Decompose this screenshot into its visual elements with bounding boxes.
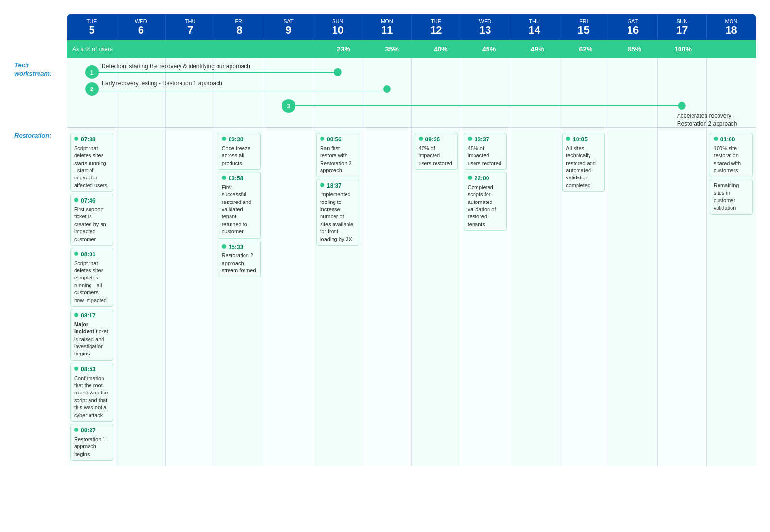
header-num: 15 (561, 24, 606, 37)
header-cell-7: THU7 (166, 14, 215, 40)
event-dot (566, 137, 570, 141)
pct-23: 23% (320, 45, 368, 53)
event-time: 00:56 (327, 136, 342, 144)
header-cell-18: MON18 (707, 14, 756, 40)
pct-49: 49% (513, 45, 562, 53)
header-num: 16 (610, 24, 655, 37)
event-dot (714, 137, 718, 141)
event-text: Script that deletes sites completes runn… (74, 260, 109, 304)
pct-85: 85% (610, 45, 659, 53)
event-col-5: 00:56 Ran first restore with Restoration… (313, 128, 362, 466)
event-card: 09:37 Restoration 1 approach begins (70, 424, 113, 461)
event-text: Confirmation that the root cause was the… (74, 375, 109, 419)
event-text: Remaining sites in customer validation (714, 182, 749, 212)
event-text: 40% of impacted users restored (419, 145, 454, 167)
event-time: 15:33 (229, 243, 244, 252)
restoration-row: As a % of users 23% 35% 40% 45% 49% 62% … (67, 40, 756, 58)
event-time: 22:00 (475, 175, 489, 183)
event-dot (222, 176, 226, 180)
event-time: 07:38 (81, 136, 96, 144)
pct-35: 35% (368, 45, 416, 53)
header-cell-9: SAT9 (264, 14, 313, 40)
event-time: 03:58 (229, 175, 244, 183)
workstream-section: Techworkstream: 1Detection, starting the… (67, 58, 756, 128)
event-time: 08:01 (81, 251, 96, 259)
event-time: 10:05 (573, 136, 588, 144)
event-card: Remaining sites in customer validation (710, 179, 753, 215)
header-cell-6: WED6 (116, 14, 166, 40)
pct-45: 45% (465, 45, 513, 53)
header-cell-17: SUN17 (658, 14, 707, 40)
event-time: 09:36 (425, 136, 440, 144)
event-col-10: 10:05 All sites technically restored and… (559, 128, 608, 466)
event-card: 08:01 Script that deletes sites complete… (70, 248, 113, 307)
event-dot (74, 313, 78, 317)
event-card: 15:33 Restoration 2 approach stream form… (218, 241, 261, 278)
header-num: 9 (266, 24, 311, 37)
event-col-2 (166, 128, 215, 466)
event-card: 08:53 Confirmation that the root cause w… (70, 363, 113, 422)
event-text: Restoration 2 approach stream formed (222, 252, 257, 274)
event-time: 18:37 (327, 182, 342, 190)
event-text: Script that deletes sites starts running… (74, 145, 109, 189)
event-time: 03:37 (475, 136, 489, 144)
event-card: 07:46 First support ticket is created by… (70, 194, 113, 246)
event-col-1 (116, 128, 166, 466)
header-day: THU (167, 18, 212, 24)
header-num: 11 (364, 24, 409, 37)
header-num: 10 (315, 24, 360, 37)
event-dot (419, 137, 423, 141)
event-dot (468, 176, 472, 180)
event-card: 22:00 Completed scripts for automated va… (464, 172, 507, 231)
left-labels (14, 14, 67, 466)
full-grid: Techworkstream: 1Detection, starting the… (67, 58, 756, 466)
event-card: 03:58 First successful restored and vali… (218, 172, 261, 239)
event-col-13: 01:00 100% site restoration shared with … (707, 128, 756, 466)
event-time: 08:17 (81, 312, 96, 320)
pct-62: 62% (562, 45, 610, 53)
event-dot (468, 137, 472, 141)
header-num: 13 (463, 24, 508, 37)
header-cell-15: FRI15 (559, 14, 608, 40)
event-time: 07:46 (81, 197, 96, 205)
header-cell-8: FRI8 (215, 14, 264, 40)
event-dot (320, 137, 324, 141)
event-text: Restoration 1 approach begins (74, 436, 109, 458)
event-card: 03:30 Code freeze across all products (218, 133, 261, 170)
header-row: TUE5WED6THU7FRI8SAT9SUN10MON11TUE12WED13… (67, 14, 756, 40)
header-num: 12 (414, 24, 459, 37)
event-text: Ran first restore with Restoration 2 app… (320, 145, 355, 175)
event-card: 07:38 Script that deletes sites starts r… (70, 133, 113, 192)
header-day: MON (709, 18, 754, 24)
header-day: SUN (660, 18, 705, 24)
header-num: 5 (69, 24, 114, 37)
event-col-4 (264, 128, 313, 466)
header-cell-14: THU14 (510, 14, 559, 40)
header-cell-16: SAT16 (608, 14, 657, 40)
event-dot (320, 183, 324, 187)
event-dot (74, 198, 78, 202)
event-dot (74, 137, 78, 141)
event-card: 18:37 Implemented tooling to increase nu… (316, 179, 359, 246)
event-col-9 (510, 128, 559, 466)
event-text: 100% site restoration shared with custom… (714, 145, 749, 175)
header-day: SAT (610, 18, 655, 24)
event-text: Completed scripts for automated validati… (468, 184, 503, 228)
header-day: FRI (217, 18, 262, 24)
header-day: FRI (561, 18, 606, 24)
header-num: 8 (217, 24, 262, 37)
pct-100: 100% (659, 45, 707, 53)
event-time: 01:00 (720, 136, 735, 144)
header-day: WED (118, 18, 163, 24)
tech-workstream-label: Techworkstream: (14, 62, 67, 78)
event-text: Implemented tooling to increase number o… (320, 191, 355, 243)
event-text: All sites technically restored and autom… (566, 145, 601, 189)
header-num: 14 (512, 24, 557, 37)
header-num: 7 (167, 24, 212, 37)
header-num: 17 (660, 24, 705, 37)
header-day: SUN (315, 18, 360, 24)
restoration-label-container: Restoration: (14, 132, 67, 139)
header-num: 18 (709, 24, 754, 37)
event-time: 09:37 (81, 427, 96, 435)
page-container: TUE5WED6THU7FRI8SAT9SUN10MON11TUE12WED13… (0, 0, 770, 532)
